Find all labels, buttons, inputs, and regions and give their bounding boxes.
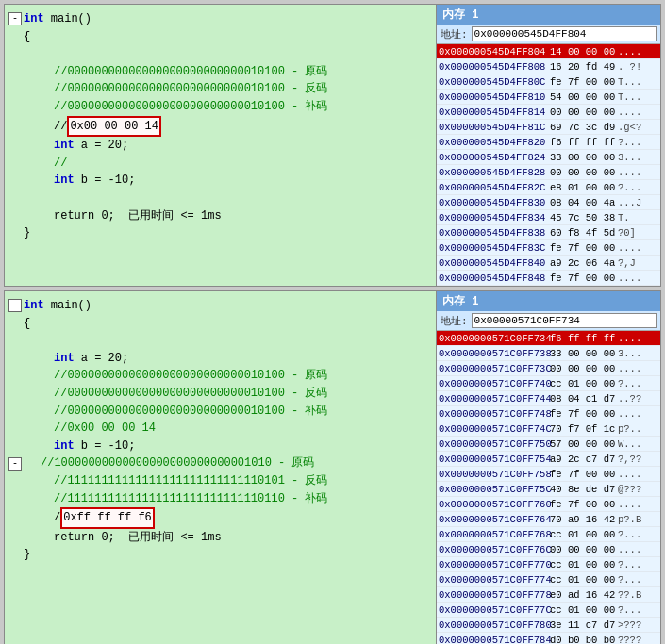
mem-ascii-cell: p?.. xyxy=(618,423,658,435)
memory-row: 0x000000545D4FF80816 20 fd 49. ?! xyxy=(437,59,660,74)
mem-bytes-cell: 00 00 00 00 xyxy=(550,544,618,555)
collapse-btn-2b[interactable]: - xyxy=(8,457,22,471)
mem-bytes-cell: a9 2c c7 d7 xyxy=(550,454,618,465)
mem-ascii-cell: . ?! xyxy=(618,61,658,73)
comment-slash-text-1: // xyxy=(24,155,67,173)
mem-bytes-cell: 00 00 00 00 xyxy=(550,167,618,178)
memory-addr-bar-1: 地址: xyxy=(437,25,660,44)
mem-bytes-cell: cc 01 00 00 xyxy=(550,574,618,586)
addr-input-1[interactable] xyxy=(472,26,657,41)
memory-row: 0x0000000571C0FF75057 00 00 00W... xyxy=(437,437,660,452)
mem-addr-cell: 0x0000000571C0FF75C xyxy=(439,484,550,495)
comment-orig-2b: - //10000000000000000000000000001010 - 原… xyxy=(8,454,432,472)
stmt-b-1: int b = -10; xyxy=(8,172,432,190)
mem-ascii-cell: ?... xyxy=(618,182,658,193)
comment-text-3: //00000000000000000000000000010100 - 补码 xyxy=(24,98,327,116)
mem-ascii-cell: .... xyxy=(618,363,658,374)
mem-bytes-cell: fe 7f 00 00 xyxy=(550,408,618,420)
memory-row: 0x0000000571C0FF760fe 7f 00 00.... xyxy=(437,497,660,512)
hex-value-1: 0x00 00 00 14 xyxy=(67,116,161,138)
comment-slash-1: // xyxy=(8,155,432,173)
mem-addr-cell: 0x000000545D4FF820 xyxy=(439,137,550,148)
memory-addr-bar-2: 地址: xyxy=(437,311,660,331)
memory-row: 0x0000000571C0FF74C70 f7 0f 1cp?.. xyxy=(437,421,660,437)
mem-addr-cell: 0x000000545D4FF814 xyxy=(439,107,550,118)
mem-addr-cell: 0x000000545D4FF81C xyxy=(439,122,550,133)
mem-ascii-cell: 3... xyxy=(618,348,658,359)
mem-ascii-cell: >??? xyxy=(618,619,658,631)
mem-ascii-cell: ?... xyxy=(618,529,658,540)
brace-open-2: { xyxy=(8,315,432,333)
kw-int-2: int xyxy=(24,297,44,315)
mem-ascii-cell: ?0] xyxy=(618,227,658,239)
memory-row: 0x000000545D4FF80Cfe 7f 00 00T... xyxy=(437,74,660,90)
comment-text-7: //0x00 00 00 14 xyxy=(24,420,156,438)
memory-title-1: 内存 1 xyxy=(437,5,660,25)
mem-bytes-cell: 00 00 00 00 xyxy=(550,363,618,374)
memory-row: 0x0000000571C0FF77Ccc 01 00 00?... xyxy=(437,603,660,618)
mem-addr-cell: 0x000000545D4FF830 xyxy=(439,197,550,208)
mem-addr-cell: 0x0000000571C0FF754 xyxy=(439,454,550,465)
mem-bytes-cell: 57 00 00 00 xyxy=(550,438,618,450)
stmt-b-text-1: int b = -10; xyxy=(24,172,135,190)
mem-addr-cell: 0x0000000571C0FF76C xyxy=(439,544,550,555)
stmt-a-text-2: int a = 20; xyxy=(24,350,128,368)
mem-ascii-cell: ?... xyxy=(618,604,658,616)
collapse-btn-1[interactable]: - xyxy=(8,12,22,25)
mem-ascii-cell: ..?? xyxy=(618,393,658,405)
mem-bytes-cell: 70 a9 16 42 xyxy=(550,514,618,525)
addr-label-1: 地址: xyxy=(441,27,468,41)
mem-ascii-cell: ??.B xyxy=(618,589,658,601)
mem-bytes-cell: 08 04 c1 d7 xyxy=(550,393,618,405)
memory-row: 0x000000545D4FF83008 04 00 4a...J xyxy=(437,195,660,210)
memory-title-text-1: 内存 1 xyxy=(442,7,478,23)
memory-row: 0x000000545D4FF82433 00 00 003... xyxy=(437,150,660,165)
addr-input-2[interactable] xyxy=(472,313,657,328)
main-container: - int main() { //00000000000000000000000… xyxy=(0,0,665,644)
mem-bytes-cell: 69 7c 3c d9 xyxy=(550,122,618,133)
comment-text-2: //00000000000000000000000000010100 - 反码 xyxy=(24,80,327,98)
memory-row: 0x000000545D4FF83Cfe 7f 00 00.... xyxy=(437,240,660,256)
memory-row: 0x0000000571C0FF74408 04 c1 d7..?? xyxy=(437,391,660,406)
mem-bytes-cell: f6 ff ff ff xyxy=(550,333,618,344)
mem-bytes-cell: d0 b0 b0 b0 xyxy=(550,635,618,645)
mem-ascii-cell: .... xyxy=(618,544,658,555)
return-stmt-2: return 0; 已用时间 <= 1ms xyxy=(8,529,432,547)
brace-open-1: { xyxy=(8,28,432,46)
mem-addr-cell: 0x0000000571C0FF734 xyxy=(439,333,550,344)
brace-open-text-2: { xyxy=(24,315,30,333)
mem-bytes-cell: 16 20 fd 49 xyxy=(550,61,618,73)
code-line-header-2: - int main() xyxy=(8,297,432,315)
return-text-1: return 0; 已用时间 <= 1ms xyxy=(24,207,222,225)
mem-bytes-cell: e0 ad 16 42 xyxy=(550,589,618,601)
fn-main-2: main() xyxy=(44,297,91,315)
memory-row: 0x0000000571C0FF73833 00 00 003... xyxy=(437,346,660,361)
memory-row: 0x0000000571C0FF778e0 ad 16 42??.B xyxy=(437,587,660,603)
memory-row: 0x0000000571C0FF75C40 8e de d7@??? xyxy=(437,482,660,497)
mem-ascii-cell: .... xyxy=(618,167,658,178)
code-area-2: - int main() { int a = 20; //00000000000… xyxy=(5,291,436,644)
mem-bytes-cell: 45 7c 50 38 xyxy=(550,212,618,223)
collapse-btn-2[interactable]: - xyxy=(8,299,22,312)
memory-row: 0x000000545D4FF82Ce8 01 00 00?... xyxy=(437,180,660,195)
comment-text-10: //11111111111111111111111111110110 - 补码 xyxy=(24,490,327,508)
mem-ascii-cell: ?... xyxy=(618,378,658,389)
mem-addr-cell: 0x0000000571C0FF780 xyxy=(439,619,550,631)
mem-addr-cell: 0x000000545D4FF810 xyxy=(439,91,550,103)
mem-bytes-cell: cc 01 00 00 xyxy=(550,378,618,389)
mem-addr-cell: 0x000000545D4FF80C xyxy=(439,76,550,88)
memory-row: 0x000000545D4FF81400 00 00 00.... xyxy=(437,105,660,120)
brace-close-1: } xyxy=(8,224,432,242)
mem-bytes-cell: 14 00 00 00 xyxy=(550,46,618,58)
stmt-b-2: int b = -10; xyxy=(8,438,432,455)
memory-row: 0x0000000571C0FF754a9 2c c7 d7?,?? xyxy=(437,452,660,467)
memory-row: 0x000000545D4FF80414 00 00 00.... xyxy=(437,44,660,59)
mem-bytes-cell: f6 ff ff ff xyxy=(550,137,618,148)
blank-1 xyxy=(8,45,432,63)
memory-row: 0x0000000571C0FF774cc 01 00 00?... xyxy=(437,572,660,587)
mem-ascii-cell: @??? xyxy=(618,484,658,495)
mem-addr-cell: 0x000000545D4FF83C xyxy=(439,242,550,254)
memory-row: 0x000000545D4FF81054 00 00 00T... xyxy=(437,90,660,105)
mem-addr-cell: 0x000000545D4FF838 xyxy=(439,227,550,239)
mem-addr-cell: 0x0000000571C0FF73C xyxy=(439,363,550,374)
